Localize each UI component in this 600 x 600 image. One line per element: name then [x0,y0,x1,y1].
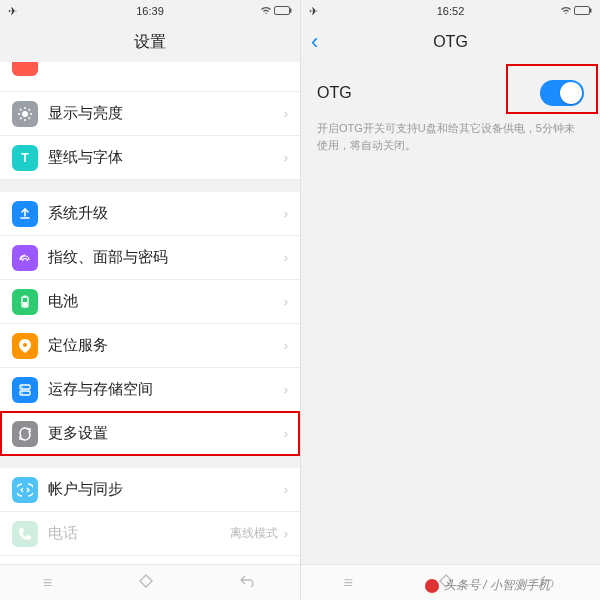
status-bar: ✈ 16:39 [0,0,300,22]
chevron-right-icon: › [284,150,288,165]
otg-label: OTG [317,84,352,102]
wallpaper-icon: T [12,145,38,171]
nav-bar: 设置 [0,22,300,62]
row-label: 运存与存储空间 [48,380,284,399]
svg-rect-0 [275,7,290,15]
update-icon [12,201,38,227]
svg-line-7 [20,109,22,111]
chevron-right-icon: › [284,482,288,497]
fingerprint-icon [12,245,38,271]
system-nav: ≡ [0,564,300,600]
account-icon [12,477,38,503]
row-aux: 离线模式 [230,525,278,542]
home-button[interactable] [138,573,154,593]
group-separator [0,180,300,192]
chevron-right-icon: › [284,250,288,265]
row-label: 电池 [48,292,284,311]
svg-point-2 [22,111,28,117]
row-label: 更多设置 [48,424,284,443]
airplane-icon: ✈ [8,5,17,18]
chevron-right-icon: › [284,294,288,309]
svg-rect-1 [290,9,292,13]
chevron-right-icon: › [284,106,288,121]
list-item[interactable]: 运存与存储空间› [0,368,300,412]
otg-screen: ✈ 16:52 ‹ OTG OTG 开启OTG开关可支持U盘和给其它设备供电，5… [300,0,600,600]
back-button[interactable]: ‹ [311,29,318,55]
status-time: 16:39 [0,5,300,17]
location-icon [12,333,38,359]
row-label: 壁纸与字体 [48,148,284,167]
chevron-right-icon: › [284,426,288,441]
menu-button[interactable]: ≡ [344,574,353,592]
list-item[interactable]: 定位服务› [0,324,300,368]
row-label: 电话 [48,524,230,543]
svg-point-19 [21,392,23,394]
nav-bar: ‹ OTG [301,22,600,62]
row-label: 帐户与同步 [48,480,284,499]
svg-rect-13 [24,295,27,297]
phone-icon [12,521,38,547]
battery-icon [574,5,592,17]
row-label: 显示与亮度 [48,104,284,123]
status-time: 16:52 [301,5,600,17]
svg-line-8 [29,117,31,119]
battery-icon [274,5,292,17]
back-button[interactable] [239,574,257,592]
svg-text:T: T [21,151,29,165]
svg-line-10 [29,109,31,111]
airplane-icon: ✈ [309,5,318,18]
row-label: 指纹、面部与密码 [48,248,284,267]
wifi-icon [260,5,272,17]
list-item[interactable]: 显示与亮度› [0,92,300,136]
menu-button[interactable]: ≡ [43,574,52,592]
chevron-right-icon: › [284,526,288,541]
list-item[interactable]: 电话离线模式› [0,512,300,556]
list-item[interactable] [0,62,300,92]
list-item[interactable]: 电池› [0,280,300,324]
display-icon [12,101,38,127]
svg-point-15 [23,343,27,347]
chevron-right-icon: › [284,382,288,397]
list-item[interactable]: T壁纸与字体› [0,136,300,180]
svg-rect-14 [23,302,27,306]
list-item[interactable]: 帐户与同步› [0,468,300,512]
svg-point-18 [21,386,23,388]
notification-icon [12,62,38,76]
otg-description: 开启OTG开关可支持U盘和给其它设备供电，5分钟未使用，将自动关闭。 [301,120,600,163]
battery-icon [12,289,38,315]
list-item[interactable]: 指纹、面部与密码› [0,236,300,280]
svg-rect-25 [575,7,590,15]
list-item[interactable]: 系统升级› [0,192,300,236]
list-item[interactable]: 更多设置› [0,412,300,456]
status-bar: ✈ 16:52 [301,0,600,22]
row-label: 系统升级 [48,204,284,223]
watermark: 头条号 / 小智测手机 [425,577,550,594]
chevron-right-icon: › [284,206,288,221]
more-icon [12,421,38,447]
settings-list[interactable]: 显示与亮度›T壁纸与字体›系统升级›指纹、面部与密码›电池›定位服务›运存与存储… [0,62,300,600]
group-separator [0,456,300,468]
row-label: 定位服务 [48,336,284,355]
svg-line-9 [20,117,22,119]
page-title: OTG [433,33,468,51]
otg-toggle[interactable] [540,80,584,106]
wifi-icon [560,5,572,17]
storage-icon [12,377,38,403]
otg-toggle-row: OTG [301,62,600,120]
svg-rect-26 [590,9,592,13]
chevron-right-icon: › [284,338,288,353]
page-title: 设置 [134,32,166,53]
settings-screen: ✈ 16:39 设置 显示与亮度›T壁纸与字体›系统升级›指纹、面部与密码›电池… [0,0,300,600]
